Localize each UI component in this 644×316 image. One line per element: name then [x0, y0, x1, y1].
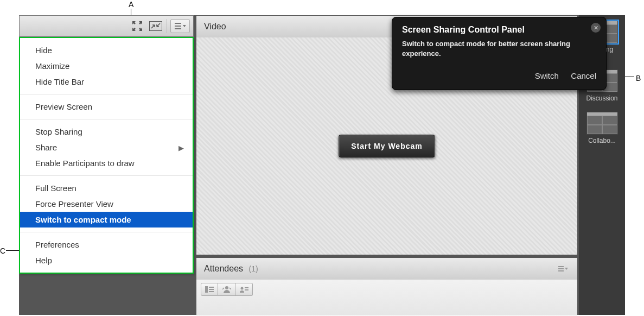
svg-rect-3 [175, 28, 181, 29]
attendee-view-status-button[interactable] [218, 283, 235, 296]
attendees-pod-options-button[interactable] [557, 264, 570, 274]
attendee-view-list-button[interactable] [201, 283, 218, 296]
attendee-view-breakout-button[interactable] [235, 283, 253, 296]
menu-item-switch-compact[interactable]: Switch to compact mode [20, 212, 193, 227]
application-window: ✕ Hide [19, 15, 625, 315]
svg-rect-2 [175, 26, 181, 27]
pod-options-menu: Hide Maximize Hide Title Bar Preview Scr… [19, 37, 194, 274]
callout-a: A [129, 0, 133, 9]
menu-item-enable-draw[interactable]: Enable Participants to draw [20, 155, 193, 171]
svg-rect-6 [558, 270, 564, 271]
svg-point-12 [240, 287, 243, 290]
share-pod-toolbar [19, 15, 194, 37]
svg-rect-1 [175, 23, 181, 24]
svg-rect-7 [205, 286, 208, 293]
attendees-pod-title: Attendees [204, 264, 243, 273]
svg-rect-8 [209, 287, 214, 288]
menu-item-maximize[interactable]: Maximize [20, 58, 193, 74]
callout-c: C [0, 247, 5, 255]
share-pod-column: Hide Maximize Hide Title Bar Preview Scr… [19, 15, 194, 315]
attendees-count: (1) [249, 264, 258, 273]
svg-rect-0 [149, 21, 162, 31]
fullscreen-icon[interactable] [130, 19, 145, 33]
menu-item-share-label: Share [35, 143, 57, 152]
svg-rect-9 [209, 289, 214, 290]
menu-item-preview-screen[interactable]: Preview Screen [20, 99, 193, 115]
svg-rect-14 [245, 289, 248, 290]
video-pod-title: Video [204, 22, 226, 31]
dialog-title: Screen Sharing Control Panel [402, 25, 596, 35]
layout-collaboration[interactable]: Collabo... [584, 112, 621, 144]
toolbar-separator [167, 19, 167, 33]
dialog-message: Switch to compact mode for better screen… [402, 39, 596, 58]
menu-item-hide-title-bar[interactable]: Hide Title Bar [20, 74, 193, 90]
svg-rect-4 [558, 266, 564, 267]
svg-point-11 [225, 286, 228, 289]
layout-collaboration-label: Collabo... [584, 137, 621, 144]
attendees-pod-body [196, 280, 577, 315]
svg-rect-5 [558, 268, 564, 269]
menu-item-help[interactable]: Help [20, 252, 193, 268]
dialog-cancel-button[interactable]: Cancel [571, 71, 596, 80]
svg-rect-13 [245, 287, 248, 288]
dialog-switch-button[interactable]: Switch [535, 71, 559, 80]
svg-rect-10 [209, 291, 214, 292]
attendees-pod: Attendees (1) [196, 257, 578, 315]
menu-item-hide[interactable]: Hide [20, 42, 193, 58]
menu-item-stop-sharing[interactable]: Stop Sharing [20, 124, 193, 140]
submenu-arrow-icon: ▶ [178, 144, 184, 152]
dialog-close-icon[interactable]: ✕ [591, 23, 601, 33]
start-webcam-button[interactable]: Start My Webcam [339, 135, 435, 157]
menu-item-full-screen[interactable]: Full Screen [20, 180, 193, 196]
pod-options-button[interactable] [170, 19, 190, 33]
annotated-screenshot: A B C ✕ [0, 0, 644, 316]
callout-b: B [636, 74, 641, 83]
compact-mode-icon[interactable] [148, 19, 163, 33]
menu-item-force-presenter[interactable]: Force Presenter View [20, 196, 193, 212]
menu-item-preferences[interactable]: Preferences [20, 237, 193, 252]
layout-discussion-label: Discussion [584, 94, 621, 102]
attendees-pod-header: Attendees (1) [196, 258, 577, 280]
menu-item-share[interactable]: Share ▶ [20, 140, 193, 155]
screen-sharing-dialog: ✕ Screen Sharing Control Panel Switch to… [392, 17, 607, 90]
